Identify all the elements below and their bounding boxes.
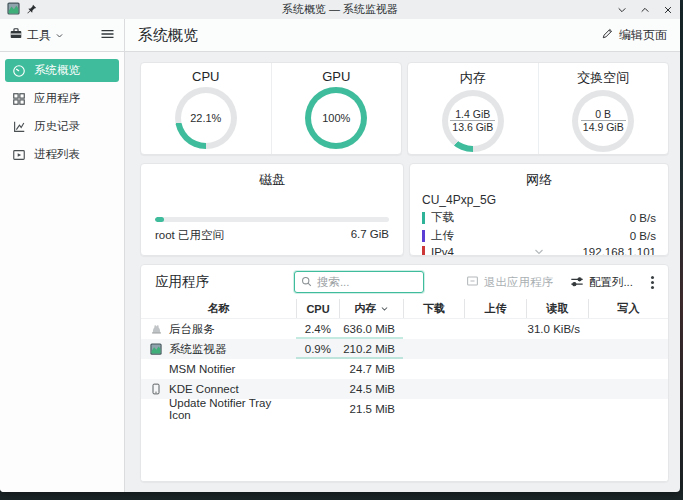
chevron-down-icon: [55, 31, 64, 40]
column-header-cpu[interactable]: CPU: [296, 299, 339, 318]
network-card: 网络 CU_4Pxp_5G 下载 0 B/s 上传 0 B/s: [409, 163, 669, 256]
process-list-icon: [12, 148, 26, 162]
memory-title: 内存: [460, 69, 486, 87]
titlebar[interactable]: 系统概览 — 系统监视器: [0, 0, 680, 19]
memory-total: 13.6 GiB: [450, 120, 495, 134]
disk-title: 磁盘: [155, 171, 389, 189]
swap-gauge-panel: 交换空间 0 B 14.9 GiB: [538, 63, 669, 154]
expand-chevron-icon[interactable]: [533, 247, 545, 256]
table-row[interactable]: Update Notifier Tray Icon 21.5 MiB: [141, 399, 668, 419]
memory-used: 1.4 GiB: [455, 108, 490, 120]
cpu-gpu-card: CPU 22.1% GPU 100%: [140, 62, 402, 155]
table-row[interactable]: 系统监视器 0.9% 210.2 MiB: [141, 339, 668, 359]
upload-legend-marker: [422, 230, 425, 242]
applications-title: 应用程序: [155, 273, 209, 291]
edit-page-label: 编辑页面: [619, 27, 667, 44]
system-monitor-window: 系统概览 — 系统监视器 工具: [0, 0, 680, 492]
tools-menu-button[interactable]: 工具: [9, 27, 64, 44]
page-title: 系统概览: [138, 26, 198, 45]
ipv4-legend-marker: [422, 246, 425, 256]
swap-gauge: 0 B 14.9 GiB: [572, 90, 634, 152]
kde-connect-icon: [149, 383, 163, 395]
column-header-write[interactable]: 写入: [588, 299, 668, 318]
desktop-background: 系统概览 — 系统监视器 工具: [0, 0, 683, 500]
window-title: 系统概览 — 系统监视器: [0, 2, 680, 17]
disk-label: root 已用空间: [155, 228, 224, 243]
swap-used: 0 B: [595, 108, 611, 120]
swap-total: 14.9 GiB: [581, 120, 626, 134]
system-monitor-app-icon: [149, 343, 163, 355]
applications-header: 应用程序 退出应用程序: [141, 265, 668, 299]
column-header-memory[interactable]: 内存: [339, 299, 403, 318]
applications-table: 后台服务 2.4% 636.0 MiB 31.0 KiB/s: [141, 319, 668, 481]
memory-swap-card: 内存 1.4 GiB 13.6 GiB 交换空间: [407, 62, 669, 155]
gpu-gauge: 100%: [305, 87, 367, 149]
gpu-value: 100%: [322, 112, 350, 124]
network-ssid: CU_4Pxp_5G: [422, 193, 656, 207]
speedometer-icon: [12, 64, 26, 78]
disk-usage-bar: [155, 217, 389, 222]
edit-page-button[interactable]: 编辑页面: [601, 27, 667, 44]
quit-application-label: 退出应用程序: [484, 275, 553, 290]
kebab-icon: [651, 276, 654, 289]
overflow-menu-button[interactable]: [647, 276, 658, 289]
search-icon: [301, 273, 312, 291]
network-upload-row: 上传 0 B/s: [422, 228, 656, 243]
background-services-icon: [149, 323, 163, 335]
ipv4-value: 192.168.1.101: [582, 246, 656, 256]
pencil-icon: [601, 27, 614, 43]
toolbox-icon: [9, 27, 23, 43]
ipv4-label: IPv4: [431, 246, 454, 256]
cpu-gauge-panel: CPU 22.1%: [141, 63, 271, 154]
gpu-gauge-panel: GPU 100%: [271, 63, 402, 154]
configure-columns-label: 配置列...: [589, 275, 633, 290]
download-legend-marker: [422, 212, 425, 224]
disk-card: 磁盘 root 已用空间 6.7 GiB: [140, 163, 404, 256]
swap-title: 交换空间: [577, 69, 629, 87]
maximize-button[interactable]: [640, 5, 650, 15]
upload-label: 上传: [431, 228, 454, 243]
column-header-upload[interactable]: 上传: [464, 299, 526, 318]
sidebar-item-process-list[interactable]: 进程列表: [5, 143, 119, 166]
memory-gauge: 1.4 GiB 13.6 GiB: [442, 90, 504, 152]
sidebar-item-history[interactable]: 历史记录: [5, 115, 119, 138]
cpu-gauge: 22.1%: [175, 87, 237, 149]
minimize-button[interactable]: [617, 5, 627, 15]
sidebar: 系统概览 应用程序 历史记录: [0, 52, 125, 492]
network-download-row: 下载 0 B/s: [422, 210, 656, 225]
history-chart-icon: [12, 120, 26, 134]
toolbar: 工具 系统概览 编辑页面: [0, 19, 680, 52]
sliders-icon: [570, 275, 584, 290]
cpu-value: 22.1%: [190, 112, 221, 124]
hamburger-menu-button[interactable]: [100, 26, 115, 44]
app-icon: [7, 1, 20, 19]
disk-value: 6.7 GiB: [351, 228, 389, 243]
column-header-name[interactable]: 名称: [141, 299, 296, 318]
memory-gauge-panel: 内存 1.4 GiB 13.6 GiB: [408, 63, 538, 154]
pin-icon[interactable]: [26, 1, 37, 19]
sidebar-item-system-overview[interactable]: 系统概览: [5, 59, 119, 82]
sidebar-item-applications[interactable]: 应用程序: [5, 87, 119, 110]
column-header-download[interactable]: 下载: [403, 299, 464, 318]
search-input[interactable]: [317, 276, 417, 288]
gpu-title: GPU: [322, 69, 350, 84]
applications-card: 应用程序 退出应用程序: [140, 264, 669, 482]
network-title: 网络: [422, 171, 656, 189]
column-header-read[interactable]: 读取: [526, 299, 588, 318]
sidebar-item-label: 系统概览: [34, 63, 80, 78]
search-box: [294, 271, 424, 293]
table-header: 名称 CPU 内存 下载 上传 读取 写入: [141, 299, 668, 319]
close-button[interactable]: [663, 5, 673, 15]
table-row[interactable]: MSM Notifier 24.7 MiB: [141, 359, 668, 379]
table-row[interactable]: 后台服务 2.4% 636.0 MiB 31.0 KiB/s: [141, 319, 668, 339]
sidebar-item-label: 进程列表: [34, 147, 80, 162]
upload-value: 0 B/s: [630, 230, 656, 242]
configure-columns-button[interactable]: 配置列...: [570, 275, 633, 290]
network-ipv4-row: IPv4 192.168.1.101: [422, 246, 656, 256]
sidebar-item-label: 历史记录: [34, 119, 80, 134]
quit-application-button[interactable]: 退出应用程序: [466, 275, 553, 290]
sidebar-item-label: 应用程序: [34, 91, 80, 106]
quit-application-icon: [466, 275, 479, 289]
sort-chevron-icon: [380, 305, 389, 313]
table-row[interactable]: KDE Connect 24.5 MiB: [141, 379, 668, 399]
